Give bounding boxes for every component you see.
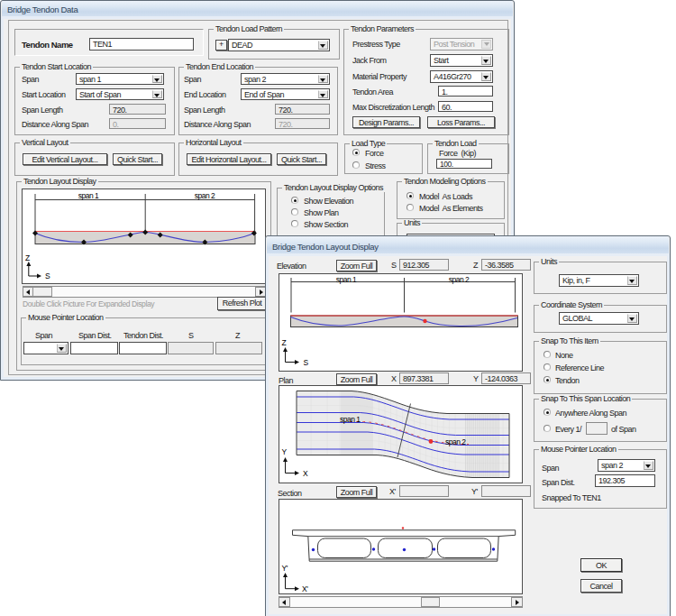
svg-text:span 1: span 1	[340, 415, 361, 424]
svg-text:Z: Z	[281, 338, 286, 347]
svg-text:X': X'	[302, 584, 308, 593]
svg-text:span 1: span 1	[78, 191, 99, 200]
svg-text:span 2: span 2	[448, 274, 469, 283]
svg-text:X: X	[303, 469, 308, 478]
svg-text:span 1: span 1	[335, 274, 356, 283]
svg-text:span 2: span 2	[445, 437, 466, 446]
svg-text:Y': Y'	[281, 564, 288, 573]
svg-text:Z: Z	[25, 253, 30, 262]
svg-text:span 2: span 2	[195, 191, 215, 200]
svg-text:S: S	[45, 271, 50, 280]
svg-text:S: S	[303, 358, 308, 367]
svg-text:Y: Y	[281, 447, 287, 456]
